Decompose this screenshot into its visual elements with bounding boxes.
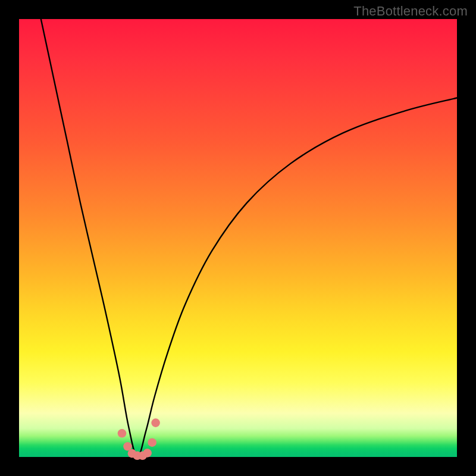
watermark-text: TheBottleneck.com	[353, 4, 468, 19]
trough-marker	[148, 438, 156, 447]
trough-marker	[151, 418, 160, 427]
chart-frame: TheBottleneck.com	[0, 0, 476, 476]
trough-marker	[118, 429, 127, 438]
chart-plot-area	[19, 19, 457, 457]
bottleneck-curve	[41, 19, 457, 457]
chart-svg	[19, 19, 457, 457]
trough-marker	[143, 449, 152, 458]
trough-markers-group	[118, 418, 160, 460]
